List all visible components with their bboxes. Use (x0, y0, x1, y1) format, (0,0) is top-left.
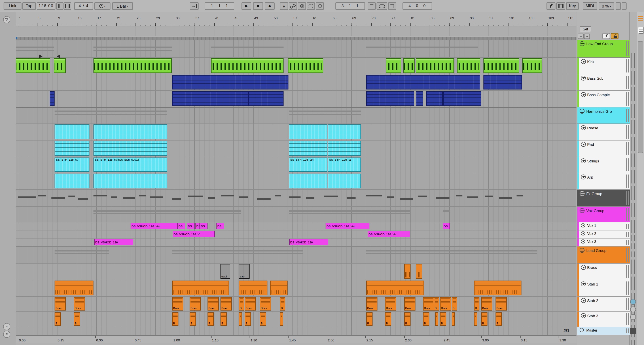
track-header-stab-3[interactable]: Stab 3 (577, 312, 630, 327)
clip-harmonics-gro[interactable] (54, 114, 167, 115)
time-label[interactable]: 3:15 (521, 338, 527, 342)
beat-time-ruler[interactable]: 1591317212529333741454953576165697377818… (16, 12, 576, 26)
lane-brass[interactable]: eacteact (16, 263, 576, 280)
track-header-kick[interactable]: Kick (577, 58, 630, 74)
clip-vox-3[interactable]: DS_VSHOD_126_ (94, 239, 133, 245)
clip-fx-group[interactable] (38, 195, 46, 196)
punch-in-button[interactable] (368, 2, 376, 10)
bar-number[interactable]: 9 (58, 16, 60, 20)
io-section-toggle[interactable] (630, 299, 636, 305)
panel-lock-button[interactable] (611, 33, 618, 39)
clip-lead-group[interactable] (172, 250, 303, 251)
metronome-dropdown-icon[interactable]: ▾ (104, 5, 106, 8)
bar-number[interactable]: 69 (352, 16, 356, 20)
clip-brass[interactable] (416, 264, 422, 279)
capture-midi-button[interactable] (307, 2, 315, 10)
track-header-stab-2[interactable]: Stab 2 (577, 297, 630, 312)
clip-stab-3[interactable]: B (190, 312, 196, 326)
clip-stab-1[interactable] (270, 280, 288, 295)
bar-number[interactable]: 105 (528, 16, 534, 20)
menu-icon[interactable] (638, 16, 643, 21)
clip-low-end-group[interactable] (366, 47, 478, 48)
clip-bass-comple[interactable] (366, 91, 414, 106)
group-fold-icon[interactable] (580, 328, 584, 332)
clip-stab-2[interactable]: Bras (220, 297, 232, 310)
clip-vox-1[interactable]: DS (196, 223, 200, 229)
clip-vox-2[interactable]: DS_VSHOD_126_Vo (368, 231, 410, 237)
record-button[interactable]: ● (265, 2, 274, 10)
time-label[interactable]: 3:30 (560, 338, 566, 342)
clip-strings[interactable]: SS_STH_125_st (328, 158, 361, 172)
midi-map-button[interactable]: MIDI (583, 2, 597, 10)
clip-arp[interactable] (94, 174, 167, 188)
clip-stab-3[interactable]: B (220, 312, 227, 326)
scrub-area[interactable] (16, 26, 576, 36)
scrollbar-thumb[interactable] (638, 41, 643, 153)
punch-out-button[interactable] (388, 2, 396, 10)
clip-stab-2[interactable]: Bras (385, 297, 396, 310)
corner-keyboard-icon[interactable] (630, 328, 636, 334)
time-label[interactable]: 2:30 (405, 338, 412, 342)
clip-low-end-group[interactable] (94, 47, 172, 48)
clip-fx-group[interactable] (346, 197, 356, 199)
clip-fx-group[interactable] (289, 196, 300, 198)
clip-vox-1[interactable]: DS (200, 223, 208, 229)
nudge-up-button[interactable] (64, 2, 71, 10)
clip-kick[interactable] (288, 58, 323, 73)
loop-button[interactable] (376, 2, 387, 10)
bar-number[interactable]: 81 (411, 16, 415, 20)
bar-number[interactable]: 25 (137, 16, 140, 20)
clip-stab-3[interactable] (239, 312, 242, 326)
track-header-lead-group[interactable]: Lead Group (577, 247, 630, 263)
clip-fx-group[interactable] (123, 197, 134, 199)
track-unfold-icon[interactable] (581, 281, 586, 286)
clip-pad[interactable] (289, 141, 327, 156)
track-unfold-icon[interactable] (581, 76, 586, 81)
clip-fx-group[interactable] (324, 196, 338, 197)
clip-stab-1[interactable] (239, 280, 268, 295)
clip-fx-group[interactable] (456, 195, 462, 196)
clip-pad[interactable] (54, 141, 90, 156)
clip-kick[interactable] (416, 58, 454, 73)
clip-kick[interactable] (54, 58, 66, 73)
bar-number[interactable]: 17 (98, 16, 101, 20)
clip-bass-sub[interactable] (366, 75, 480, 90)
track-unfold-icon[interactable] (581, 298, 586, 303)
clip-stab-2[interactable]: Bras (245, 297, 256, 310)
clip-stab-1[interactable] (474, 280, 522, 295)
follow-button[interactable]: → (190, 2, 198, 10)
track-header-strings[interactable]: Strings (577, 157, 630, 173)
clip-fx-group[interactable] (366, 195, 382, 196)
clip-fx-group[interactable] (208, 197, 215, 199)
group-fold-icon[interactable] (580, 41, 584, 46)
track-unfold-icon[interactable] (581, 265, 586, 270)
clip-stab-3[interactable]: B (404, 312, 410, 326)
track-header-pad[interactable]: Pad (577, 141, 630, 157)
bar-number[interactable]: 5 (38, 16, 40, 20)
lane-master[interactable] (16, 327, 576, 335)
group-fold-icon[interactable] (580, 248, 584, 253)
clip-low-end-group[interactable] (94, 50, 172, 51)
clip-reese[interactable] (328, 124, 361, 139)
track-header-vox-2[interactable]: Vox 2 (577, 230, 630, 238)
lane-stab-3[interactable]: BBBBBBBBBBBBBBB (16, 312, 576, 327)
clip-fx-group[interactable] (150, 196, 163, 198)
clip-pad[interactable] (94, 141, 167, 156)
nav-back-button[interactable]: ← (578, 34, 584, 39)
clip-stab-3[interactable]: B (385, 312, 391, 326)
clip-vox-1[interactable]: DS (178, 223, 185, 229)
clip-fx-group[interactable] (499, 197, 512, 199)
clip-kick[interactable] (16, 58, 50, 73)
clip-reese[interactable] (94, 124, 167, 139)
time-label[interactable]: 2:45 (444, 338, 450, 342)
track-header-bass-sub[interactable]: Bass Sub (577, 74, 630, 91)
bar-number[interactable]: 13 (78, 16, 82, 20)
time-signature-display[interactable]: 4 / 4 (74, 2, 93, 10)
clip-fx-group[interactable] (400, 198, 413, 200)
time-label[interactable]: 0:45 (135, 338, 141, 342)
track-header-reese[interactable]: Reese (577, 124, 630, 141)
clip-stab-2[interactable]: Bras (74, 297, 85, 310)
clip-fx-group[interactable] (68, 196, 75, 197)
clip-fx-group[interactable] (275, 195, 281, 196)
clip-fx-group[interactable] (306, 197, 314, 199)
